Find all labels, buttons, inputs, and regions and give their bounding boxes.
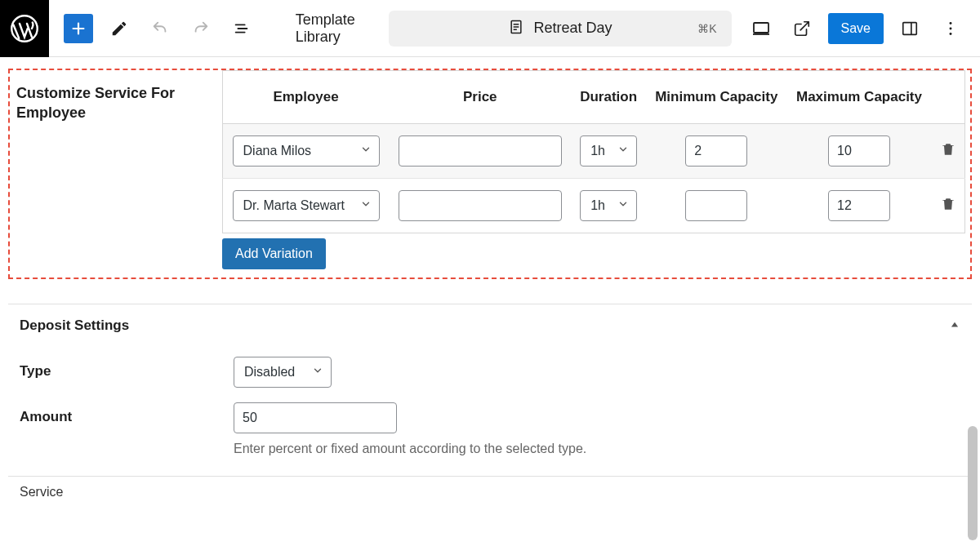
deposit-settings-header[interactable]: Deposit Settings [8,304,972,342]
command-bar[interactable]: Retreat Day ⌘K [389,11,732,47]
undo-icon [151,20,169,38]
edit-button[interactable] [105,14,134,43]
min-capacity-input[interactable] [685,135,747,166]
scrollbar[interactable] [967,59,978,553]
service-section-label: Service [8,476,972,500]
collapse-icon [949,318,960,333]
template-library-label[interactable]: Template Library [296,11,389,46]
wordpress-icon [10,14,39,43]
trash-icon [940,141,956,158]
price-input[interactable] [399,190,562,221]
type-label: Type [20,357,234,380]
plus-icon [69,20,87,38]
deposit-amount-input[interactable] [234,402,397,433]
col-price: Price [389,71,571,124]
editor-main: Customize Service For Employee Employee … [0,57,980,500]
customize-section-title: Customize Service For Employee [10,70,222,278]
svg-rect-2 [754,23,768,33]
amount-help-text: Enter percent or fixed amount according … [234,442,960,456]
trash-icon [940,196,956,212]
col-duration: Duration [571,71,645,124]
panel-icon [901,20,919,38]
deposit-type-select[interactable]: Disabled [234,357,332,388]
more-vertical-icon [942,20,960,38]
table-row: Dr. Marta Stewart 1h [223,179,965,233]
delete-row-button[interactable] [940,196,956,212]
external-link-icon [793,20,811,38]
employee-select[interactable]: Dr. Marta Stewart [233,190,380,221]
deposit-settings-title: Deposit Settings [20,317,129,334]
scrollbar-thumb[interactable] [968,426,978,540]
svg-point-6 [950,32,952,34]
customize-service-block: Customize Service For Employee Employee … [8,69,972,279]
deposit-amount-row: Amount Enter percent or fixed amount acc… [8,388,972,456]
top-toolbar: Template Library Retreat Day ⌘K Save [0,0,980,57]
options-button[interactable] [936,14,965,43]
col-max-capacity: Maximum Capacity [787,71,932,124]
list-icon [233,20,251,38]
wordpress-logo[interactable] [0,0,49,57]
sidebar-toggle-button[interactable] [895,14,924,43]
table-row: Diana Milos 1h [223,124,965,179]
redo-button[interactable] [186,14,216,43]
price-input[interactable] [399,135,562,166]
svg-point-5 [950,27,952,29]
document-icon [508,19,524,38]
undo-button[interactable] [145,14,175,43]
col-min-capacity: Minimum Capacity [646,71,787,124]
svg-point-4 [950,22,952,24]
document-outline-button[interactable] [227,14,256,43]
document-title: Retreat Day [534,20,612,37]
open-external-button[interactable] [787,14,817,43]
amount-label: Amount [20,402,234,425]
duration-select[interactable]: 1h [580,135,637,166]
max-capacity-input[interactable] [828,190,890,221]
svg-rect-3 [903,22,917,34]
redo-icon [192,20,210,38]
col-employee: Employee [223,71,390,124]
deposit-type-row: Type Disabled [8,342,972,388]
add-block-button[interactable] [64,14,93,43]
pencil-icon [110,20,128,38]
delete-row-button[interactable] [940,141,956,158]
employee-select[interactable]: Diana Milos [233,135,380,166]
min-capacity-input[interactable] [685,190,747,221]
duration-select[interactable]: 1h [580,190,637,221]
add-variation-button[interactable]: Add Variation [222,238,326,269]
command-shortcut: ⌘K [697,22,716,35]
employee-variation-table: Employee Price Duration Minimum Capacity… [222,70,965,233]
desktop-icon [751,19,771,38]
max-capacity-input[interactable] [828,135,890,166]
save-button[interactable]: Save [828,13,884,44]
view-button[interactable] [746,14,776,43]
